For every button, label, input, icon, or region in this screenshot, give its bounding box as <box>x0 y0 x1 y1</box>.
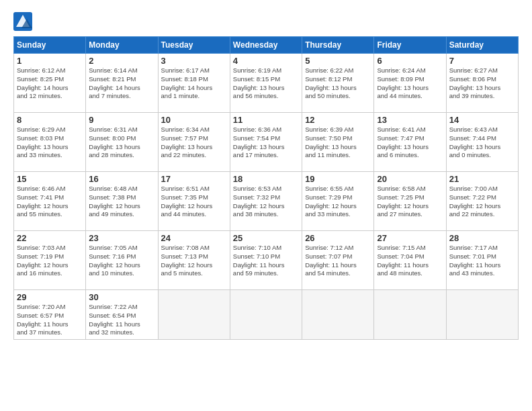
calendar-cell: 23Sunrise: 7:05 AM Sunset: 7:16 PM Dayli… <box>86 231 158 290</box>
calendar-week-row: 29Sunrise: 7:20 AM Sunset: 6:57 PM Dayli… <box>14 290 519 340</box>
calendar-week-row: 1Sunrise: 6:12 AM Sunset: 8:25 PM Daylig… <box>14 54 519 113</box>
calendar-cell: 29Sunrise: 7:20 AM Sunset: 6:57 PM Dayli… <box>14 290 86 340</box>
day-info: Sunrise: 7:12 AM Sunset: 7:07 PM Dayligh… <box>305 244 371 278</box>
day-info: Sunrise: 6:22 AM Sunset: 8:12 PM Dayligh… <box>305 66 371 101</box>
day-number: 24 <box>161 233 227 243</box>
weekday-header: Tuesday <box>158 37 230 54</box>
day-info: Sunrise: 6:31 AM Sunset: 8:00 PM Dayligh… <box>89 126 154 160</box>
calendar-cell: 19Sunrise: 6:55 AM Sunset: 7:29 PM Dayli… <box>302 172 374 231</box>
day-number: 13 <box>377 115 443 125</box>
page: SundayMondayTuesdayWednesdayThursdayFrid… <box>0 0 532 411</box>
day-number: 28 <box>449 233 515 243</box>
day-number: 18 <box>233 174 299 184</box>
calendar-cell: 11Sunrise: 6:36 AM Sunset: 7:54 PM Dayli… <box>230 113 302 172</box>
day-number: 20 <box>377 174 443 184</box>
day-info: Sunrise: 6:12 AM Sunset: 8:25 PM Dayligh… <box>17 66 83 101</box>
calendar-cell: 13Sunrise: 6:41 AM Sunset: 7:47 PM Dayli… <box>374 113 446 172</box>
day-info: Sunrise: 6:55 AM Sunset: 7:29 PM Dayligh… <box>305 185 371 219</box>
day-number: 5 <box>305 56 371 66</box>
calendar-cell: 2Sunrise: 6:14 AM Sunset: 8:21 PM Daylig… <box>86 54 158 113</box>
day-info: Sunrise: 6:27 AM Sunset: 8:06 PM Dayligh… <box>449 66 515 101</box>
day-info: Sunrise: 6:14 AM Sunset: 8:21 PM Dayligh… <box>89 66 154 101</box>
day-number: 22 <box>17 233 83 243</box>
calendar-cell <box>230 290 302 340</box>
day-number: 7 <box>449 56 515 66</box>
day-number: 30 <box>89 292 154 302</box>
day-info: Sunrise: 7:22 AM Sunset: 6:54 PM Dayligh… <box>89 303 154 337</box>
calendar-week-row: 15Sunrise: 6:46 AM Sunset: 7:41 PM Dayli… <box>14 172 519 231</box>
weekday-header: Monday <box>86 37 158 54</box>
calendar-cell <box>446 290 518 340</box>
weekday-header: Sunday <box>14 37 86 54</box>
day-info: Sunrise: 6:17 AM Sunset: 8:18 PM Dayligh… <box>161 66 227 101</box>
calendar-week-row: 22Sunrise: 7:03 AM Sunset: 7:19 PM Dayli… <box>14 231 519 290</box>
calendar-cell: 20Sunrise: 6:58 AM Sunset: 7:25 PM Dayli… <box>374 172 446 231</box>
day-number: 23 <box>89 233 154 243</box>
calendar-cell <box>374 290 446 340</box>
weekday-header: Friday <box>374 37 446 54</box>
weekday-header: Saturday <box>446 37 518 54</box>
day-info: Sunrise: 6:41 AM Sunset: 7:47 PM Dayligh… <box>377 126 443 160</box>
day-info: Sunrise: 6:19 AM Sunset: 8:15 PM Dayligh… <box>233 66 299 101</box>
calendar-cell: 18Sunrise: 6:53 AM Sunset: 7:32 PM Dayli… <box>230 172 302 231</box>
day-number: 25 <box>233 233 299 243</box>
calendar-cell: 9Sunrise: 6:31 AM Sunset: 8:00 PM Daylig… <box>86 113 158 172</box>
day-info: Sunrise: 7:05 AM Sunset: 7:16 PM Dayligh… <box>89 244 154 278</box>
day-number: 16 <box>89 174 154 184</box>
day-info: Sunrise: 7:10 AM Sunset: 7:10 PM Dayligh… <box>233 244 299 278</box>
header <box>13 12 519 31</box>
calendar-cell: 7Sunrise: 6:27 AM Sunset: 8:06 PM Daylig… <box>446 54 518 113</box>
calendar-cell: 30Sunrise: 7:22 AM Sunset: 6:54 PM Dayli… <box>86 290 158 340</box>
calendar: SundayMondayTuesdayWednesdayThursdayFrid… <box>13 36 519 340</box>
calendar-cell: 16Sunrise: 6:48 AM Sunset: 7:38 PM Dayli… <box>86 172 158 231</box>
day-info: Sunrise: 6:43 AM Sunset: 7:44 PM Dayligh… <box>449 126 515 160</box>
day-number: 14 <box>449 115 515 125</box>
calendar-cell: 21Sunrise: 7:00 AM Sunset: 7:22 PM Dayli… <box>446 172 518 231</box>
day-info: Sunrise: 7:08 AM Sunset: 7:13 PM Dayligh… <box>161 244 227 278</box>
day-number: 19 <box>305 174 371 184</box>
calendar-cell: 5Sunrise: 6:22 AM Sunset: 8:12 PM Daylig… <box>302 54 374 113</box>
day-number: 21 <box>449 174 515 184</box>
day-info: Sunrise: 6:48 AM Sunset: 7:38 PM Dayligh… <box>89 185 154 219</box>
day-number: 1 <box>17 56 83 66</box>
day-number: 29 <box>17 292 83 302</box>
day-number: 10 <box>161 115 227 125</box>
calendar-cell: 12Sunrise: 6:39 AM Sunset: 7:50 PM Dayli… <box>302 113 374 172</box>
calendar-cell: 14Sunrise: 6:43 AM Sunset: 7:44 PM Dayli… <box>446 113 518 172</box>
day-info: Sunrise: 7:17 AM Sunset: 7:01 PM Dayligh… <box>449 244 515 278</box>
day-number: 11 <box>233 115 299 125</box>
calendar-cell: 1Sunrise: 6:12 AM Sunset: 8:25 PM Daylig… <box>14 54 86 113</box>
calendar-cell: 28Sunrise: 7:17 AM Sunset: 7:01 PM Dayli… <box>446 231 518 290</box>
calendar-cell: 3Sunrise: 6:17 AM Sunset: 8:18 PM Daylig… <box>158 54 230 113</box>
calendar-cell <box>302 290 374 340</box>
calendar-cell: 6Sunrise: 6:24 AM Sunset: 8:09 PM Daylig… <box>374 54 446 113</box>
calendar-cell: 26Sunrise: 7:12 AM Sunset: 7:07 PM Dayli… <box>302 231 374 290</box>
day-number: 17 <box>161 174 227 184</box>
day-number: 3 <box>161 56 227 66</box>
calendar-cell: 27Sunrise: 7:15 AM Sunset: 7:04 PM Dayli… <box>374 231 446 290</box>
day-number: 15 <box>17 174 83 184</box>
day-info: Sunrise: 7:20 AM Sunset: 6:57 PM Dayligh… <box>17 303 83 337</box>
day-info: Sunrise: 7:03 AM Sunset: 7:19 PM Dayligh… <box>17 244 83 278</box>
day-number: 12 <box>305 115 371 125</box>
weekday-header-row: SundayMondayTuesdayWednesdayThursdayFrid… <box>14 37 519 54</box>
calendar-cell: 25Sunrise: 7:10 AM Sunset: 7:10 PM Dayli… <box>230 231 302 290</box>
day-info: Sunrise: 7:15 AM Sunset: 7:04 PM Dayligh… <box>377 244 443 278</box>
weekday-header: Wednesday <box>230 37 302 54</box>
calendar-cell: 24Sunrise: 7:08 AM Sunset: 7:13 PM Dayli… <box>158 231 230 290</box>
day-number: 9 <box>89 115 154 125</box>
day-info: Sunrise: 6:46 AM Sunset: 7:41 PM Dayligh… <box>17 185 83 219</box>
calendar-week-row: 8Sunrise: 6:29 AM Sunset: 8:03 PM Daylig… <box>14 113 519 172</box>
day-number: 6 <box>377 56 443 66</box>
day-info: Sunrise: 7:00 AM Sunset: 7:22 PM Dayligh… <box>449 185 515 219</box>
calendar-cell: 10Sunrise: 6:34 AM Sunset: 7:57 PM Dayli… <box>158 113 230 172</box>
calendar-cell: 4Sunrise: 6:19 AM Sunset: 8:15 PM Daylig… <box>230 54 302 113</box>
calendar-cell <box>158 290 230 340</box>
day-number: 27 <box>377 233 443 243</box>
day-info: Sunrise: 6:24 AM Sunset: 8:09 PM Dayligh… <box>377 66 443 101</box>
calendar-cell: 15Sunrise: 6:46 AM Sunset: 7:41 PM Dayli… <box>14 172 86 231</box>
weekday-header: Thursday <box>302 37 374 54</box>
calendar-cell: 8Sunrise: 6:29 AM Sunset: 8:03 PM Daylig… <box>14 113 86 172</box>
calendar-cell: 22Sunrise: 7:03 AM Sunset: 7:19 PM Dayli… <box>14 231 86 290</box>
day-number: 4 <box>233 56 299 66</box>
